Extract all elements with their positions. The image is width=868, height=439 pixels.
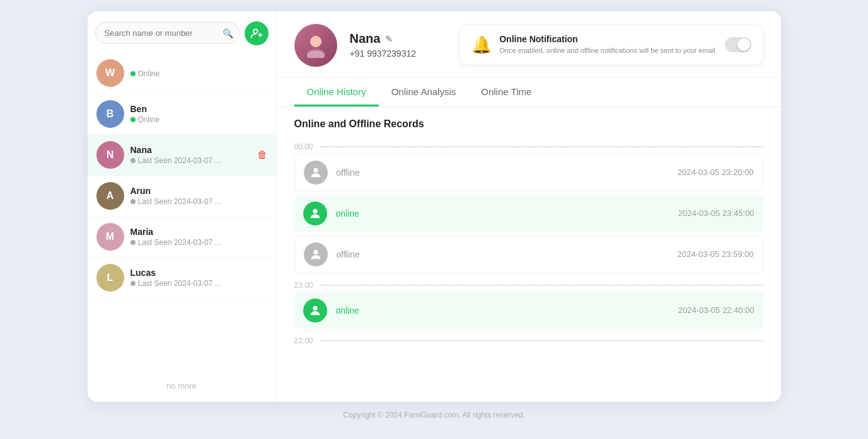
add-user-icon	[250, 27, 263, 40]
record-row-r3: offline 2024-03-05 23:59:00	[294, 236, 763, 273]
search-bar: 🔍	[88, 11, 276, 53]
status-dot	[130, 71, 136, 76]
sidebar-contact-unknown[interactable]: W Online	[88, 53, 276, 94]
notification-title: Online Notification	[499, 34, 717, 44]
notification-description: Once enabled, online and offline notific…	[499, 46, 717, 55]
search-input[interactable]	[95, 22, 240, 44]
svg-point-8	[313, 208, 317, 213]
record-row-r4: online 2024-03-05 22:40:00	[294, 292, 763, 329]
contact-avatar: A	[96, 182, 124, 210]
contact-name: Maria	[130, 227, 267, 237]
status-text: Last Seen 2024-03-07 ...	[138, 156, 221, 165]
add-user-button[interactable]	[245, 21, 269, 45]
profile-name-text: Nana	[350, 31, 381, 46]
record-status-r3: offline	[337, 249, 669, 259]
contact-info: Online	[130, 68, 267, 78]
bell-icon: 🔔	[472, 35, 492, 55]
svg-point-0	[253, 29, 258, 33]
profile-phone: +91 9937239312	[350, 48, 448, 59]
contact-info: Lucas Last Seen 2024-03-07 ...	[130, 268, 267, 288]
records-title: Online and Offline Records	[294, 118, 763, 130]
contact-status: Online	[130, 115, 267, 124]
contact-avatar: W	[96, 59, 124, 87]
status-text: Online	[138, 115, 160, 124]
svg-point-10	[313, 305, 317, 310]
contact-name: Lucas	[130, 268, 267, 278]
contact-name: Nana	[130, 145, 257, 155]
profile-avatar-img	[303, 33, 328, 58]
sidebar-contact-Lucas[interactable]: L Lucas Last Seen 2024-03-07 ...	[88, 258, 276, 299]
sidebar-contact-Arun[interactable]: A Arun Last Seen 2024-03-07 ...	[88, 176, 276, 217]
main-container: 🔍 W Online B	[88, 11, 781, 402]
tab-online-analysis[interactable]: Online Analysis	[379, 77, 469, 106]
svg-point-9	[313, 249, 318, 254]
contact-info: Arun Last Seen 2024-03-07 ...	[130, 186, 267, 206]
search-icon: 🔍	[223, 28, 233, 38]
status-text: Last Seen 2024-03-07 ...	[138, 238, 221, 247]
record-status-r2: online	[336, 208, 669, 219]
status-dot	[130, 158, 136, 163]
record-row-r1: offline 2024-03-05 23:20:00	[294, 154, 763, 191]
contact-status: Last Seen 2024-03-07 ...	[130, 197, 267, 206]
profile-header: Nana ✎ +91 9937239312 🔔 Online Notificat…	[277, 11, 781, 77]
edit-profile-icon[interactable]: ✎	[385, 34, 393, 44]
status-dot	[130, 199, 136, 204]
record-time-r2: 2024-03-05 23:45:00	[678, 208, 755, 218]
status-text: Online	[138, 69, 160, 78]
notification-toggle[interactable]	[725, 37, 751, 52]
notification-box: 🔔 Online Notification Once enabled, onli…	[460, 25, 763, 65]
search-input-wrapper: 🔍	[95, 22, 240, 44]
profile-avatar	[294, 24, 337, 67]
contact-avatar: L	[96, 264, 124, 292]
delete-icon[interactable]: 🗑	[257, 149, 267, 161]
contact-name: Arun	[130, 186, 267, 196]
notification-text: Online Notification Once enabled, online…	[499, 34, 717, 55]
record-row-r2: online 2024-03-05 23:45:00	[294, 195, 763, 232]
contact-list: W Online B Ben Online N Nana	[88, 53, 276, 370]
sidebar-contact-Ben[interactable]: B Ben Online	[88, 94, 276, 135]
time-label-23:00: 23:00	[294, 277, 763, 292]
sidebar-contact-Maria[interactable]: M Maria Last Seen 2024-03-07 ...	[88, 217, 276, 258]
timeline: 00:00 offline 2024-03-05 23:20:00 online…	[294, 139, 763, 348]
contact-info: Maria Last Seen 2024-03-07 ...	[130, 227, 267, 247]
contact-avatar: M	[96, 223, 124, 251]
contact-status: Last Seen 2024-03-07 ...	[130, 238, 267, 247]
contact-status: Online	[130, 69, 267, 78]
contact-status: Last Seen 2024-03-07 ...	[130, 279, 267, 288]
record-status-r4: online	[336, 305, 669, 316]
profile-info: Nana ✎ +91 9937239312	[350, 31, 448, 59]
toggle-knob	[738, 38, 750, 51]
no-more-label: no more	[88, 370, 276, 402]
time-label-00:00: 00:00	[294, 139, 763, 154]
record-avatar-r1	[304, 161, 328, 185]
record-time-r3: 2024-03-05 23:59:00	[678, 249, 754, 259]
contact-name: Ben	[130, 104, 267, 114]
status-dot	[130, 117, 136, 122]
tab-online-time[interactable]: Online Time	[468, 77, 544, 106]
record-time-r1: 2024-03-05 23:20:00	[678, 168, 754, 177]
contact-info: Nana Last Seen 2024-03-07 ...	[130, 145, 257, 165]
sidebar-contact-Nana[interactable]: N Nana Last Seen 2024-03-07 ... 🗑	[88, 135, 276, 176]
status-dot	[130, 240, 136, 245]
status-text: Last Seen 2024-03-07 ...	[138, 197, 221, 206]
footer-text: Copyright © 2024 FamiGuard.com. All righ…	[343, 411, 524, 419]
record-time-r4: 2024-03-05 22:40:00	[678, 305, 755, 315]
record-status-r1: offline	[337, 168, 669, 178]
contact-info: Ben Online	[130, 104, 267, 124]
tabs-bar: Online HistoryOnline AnalysisOnline Time	[277, 77, 781, 107]
contact-status: Last Seen 2024-03-07 ...	[130, 156, 257, 165]
records-section: Online and Offline Records 00:00 offline…	[277, 107, 781, 402]
right-panel: Nana ✎ +91 9937239312 🔔 Online Notificat…	[277, 11, 781, 402]
svg-point-5	[310, 36, 321, 47]
status-dot	[130, 281, 136, 286]
profile-name: Nana ✎	[350, 31, 448, 46]
record-avatar-r2	[303, 202, 327, 225]
record-avatar-r3	[304, 242, 328, 266]
tab-online-history[interactable]: Online History	[294, 77, 379, 106]
sidebar: 🔍 W Online B	[88, 11, 277, 402]
time-label-22:00: 22:00	[294, 333, 763, 348]
footer: Copyright © 2024 FamiGuard.com. All righ…	[334, 402, 533, 428]
status-text: Last Seen 2024-03-07 ...	[138, 279, 221, 288]
contact-avatar: N	[96, 141, 124, 169]
contact-avatar: B	[96, 100, 124, 128]
